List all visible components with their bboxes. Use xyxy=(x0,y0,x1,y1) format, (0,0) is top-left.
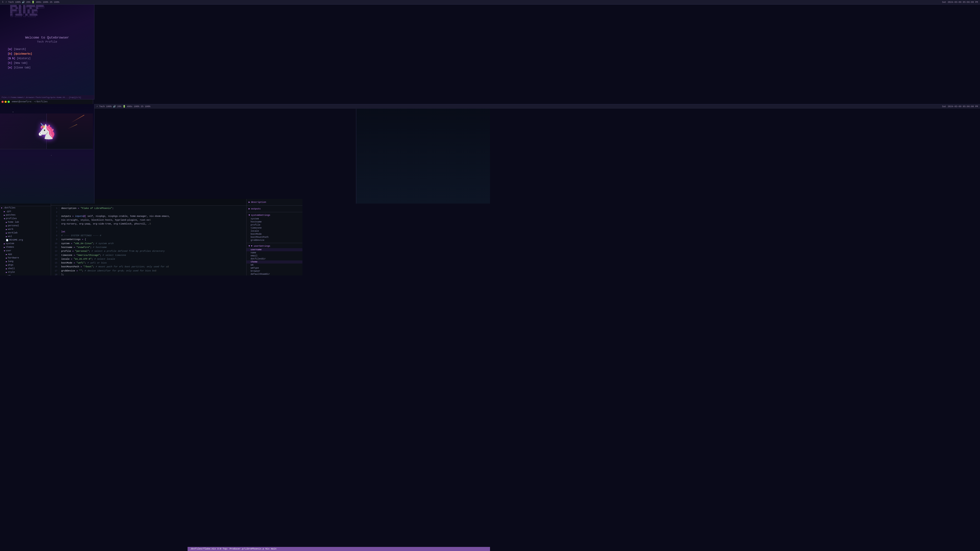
erp-header-description: ▶description xyxy=(247,200,302,204)
erp-item-timezone[interactable]: timezone xyxy=(247,227,302,230)
ft-file-readme-profiles[interactable]: 📄README.org xyxy=(0,238,51,242)
erp-header-usersettings: ▼▼ userSettings xyxy=(247,244,302,248)
terminal-title: emmet@snowfire: ~/dotfiles xyxy=(12,100,48,103)
ft-folder-work[interactable]: ▶work xyxy=(0,227,51,231)
ft-folder-lang[interactable]: ▶lang xyxy=(0,260,51,263)
erp-item-hostname[interactable]: hostname xyxy=(247,221,302,224)
code-editor-window: .dotfiles ▼.dotfiles ▶.git ▶patches ▼pro… xyxy=(0,199,302,275)
qute-menu-quickmarks[interactable]: [b] [Quickmarks] xyxy=(8,52,32,56)
qute-profile-label: Tech Profile xyxy=(37,40,57,43)
ft-folder-wsl[interactable]: ▶wsl xyxy=(0,235,51,238)
ft-folder-themes[interactable]: ▶themes xyxy=(0,245,51,249)
erp-item-bootmode[interactable]: bootMode xyxy=(247,233,302,236)
qute-menu-newtab[interactable]: [t] [New tab] xyxy=(8,61,32,65)
erp-section-outputs: ▶outputs xyxy=(247,206,302,212)
ft-folder-worklab[interactable]: ▶worklab xyxy=(0,231,51,235)
erp-item-system[interactable]: system xyxy=(247,218,302,221)
close-button[interactable] xyxy=(2,101,3,103)
ft-folder-app[interactable]: ▶app xyxy=(0,252,51,256)
ft-folder-style[interactable]: ▶style xyxy=(0,270,51,274)
qute-menu-history[interactable]: [$ h] [History] xyxy=(8,56,32,61)
qute-menu-search[interactable]: [o] [Search] xyxy=(8,47,32,52)
erp-section-description: ▶description xyxy=(247,199,302,206)
status-bar-bottom: ⚡ Tech 100% 🔊 20% 🔋 400s 100% 25 100% Sa… xyxy=(94,104,490,109)
ft-folder-patches[interactable]: ▶patches xyxy=(0,213,51,217)
erp-header-outputs: ▶outputs xyxy=(247,206,302,211)
status-info: ⚡ Tech 100% 🔊 20% 🔋 400s 100% 25 100% xyxy=(5,1,59,3)
status-bar-top: 1 ⚡ Tech 100% 🔊 20% 🔋 400s 100% 25 100% … xyxy=(0,0,490,5)
editor-filetree: .dotfiles ▼.dotfiles ▶.git ▶patches ▼pro… xyxy=(0,199,51,275)
erp-item-profile[interactable]: profile xyxy=(247,224,302,227)
qute-welcome-title: Welcome to Qutebrowser xyxy=(25,36,69,40)
bg-scene-bottom-right2 xyxy=(356,104,490,203)
erp-item-defaultroamdir[interactable]: defaultRoamDir xyxy=(247,273,302,275)
erp-section-systemsettings: ▼systemSettings system hostname profile … xyxy=(247,212,302,243)
editor-code-area[interactable]: 1234567891011121314151617181920212223242… xyxy=(51,206,246,275)
ascii-art: ██████╗ ██╗ ██╗████████╗███████╗ ██╔══██… xyxy=(10,5,45,18)
erp-item-grubdevice[interactable]: grubDevice xyxy=(247,239,302,242)
erp-item-wm[interactable]: wm xyxy=(247,264,302,267)
erp-item-dotfilesdir[interactable]: dotfilesDir xyxy=(247,257,302,260)
minimize-button[interactable] xyxy=(5,101,6,103)
erp-item-browser[interactable]: browser xyxy=(247,270,302,273)
erp-item-locale[interactable]: locale xyxy=(247,230,302,233)
ft-folder-personal[interactable]: ▶personal xyxy=(0,224,51,227)
ft-folder-wm[interactable]: ▶wm xyxy=(0,274,51,275)
pixel-art-display: 🦄 xyxy=(0,114,93,149)
qute-background: ██████╗ ██╗ ██╗████████╗███████╗ ██╔══██… xyxy=(0,0,94,99)
ft-folder-homelab[interactable]: ▶home lab xyxy=(0,221,51,224)
erp-header-systemsettings: ▼systemSettings xyxy=(247,213,302,218)
status-left: 1 ⚡ Tech 100% 🔊 20% 🔋 400s 100% 25 100% xyxy=(2,1,59,3)
ft-folder-hardware[interactable]: ▶hardware xyxy=(0,256,51,260)
line-numbers: 1234567891011121314151617181920212223242… xyxy=(51,206,59,275)
terminal-titlebar: emmet@snowfire: ~/dotfiles xyxy=(2,100,91,103)
qute-menu: [o] [Search] [b] [Quickmarks] [$ h] [His… xyxy=(8,47,32,70)
erp-item-email[interactable]: email xyxy=(247,254,302,257)
ft-folder-profiles[interactable]: ▼profiles xyxy=(0,217,51,221)
editor-main: flake.nix 123456789101112131415161718192… xyxy=(51,199,246,275)
ft-folder-user[interactable]: ▼user xyxy=(0,249,51,252)
pixel-art-pony: 🦄 xyxy=(37,122,56,141)
editor-right-panel: ▶description ▶outputs ▼systemSettings sy… xyxy=(246,199,302,275)
status-workspace: 1 xyxy=(2,1,3,3)
maximize-button[interactable] xyxy=(8,101,10,103)
star xyxy=(51,155,52,156)
editor-container: .dotfiles ▼.dotfiles ▶.git ▶patches ▼pro… xyxy=(0,199,302,275)
erp-item-username[interactable]: username xyxy=(247,248,302,251)
erp-item-bootmountpath[interactable]: bootMountPath xyxy=(247,236,302,239)
erp-item-name[interactable]: name xyxy=(247,251,302,254)
ft-folder-dotfiles[interactable]: ▼.dotfiles xyxy=(0,206,51,210)
ft-folder-shell[interactable]: ▶shell xyxy=(0,267,51,270)
ft-folder-pkgs[interactable]: ▶pkgs xyxy=(0,263,51,267)
qute-statusbar: file:///home/emmet/.browser/Tech/config/… xyxy=(0,95,94,99)
erp-item-theme[interactable]: theme xyxy=(247,260,302,264)
erp-item-wmtype[interactable]: wmType xyxy=(247,267,302,270)
qutebrowser-window: ██████╗ ██╗ ██╗████████╗███████╗ ██╔══██… xyxy=(0,0,94,100)
ft-folder-git[interactable]: ▶.git xyxy=(0,210,51,213)
erp-section-usersettings: ▼▼ userSettings username name email dotf… xyxy=(247,243,302,275)
ft-folder-system[interactable]: ▶system xyxy=(0,242,51,245)
status-b-left: ⚡ Tech 100% 🔊 20% 🔋 400s 100% 25 100% xyxy=(97,105,150,108)
qute-menu-closetab[interactable]: [x] [Close tab] xyxy=(8,65,32,70)
star xyxy=(13,112,13,112)
status-b-info: ⚡ Tech 100% 🔊 20% 🔋 400s 100% 25 100% xyxy=(97,105,150,108)
code-content: description = "Flake of LibrePhoenix"; o… xyxy=(59,206,246,275)
